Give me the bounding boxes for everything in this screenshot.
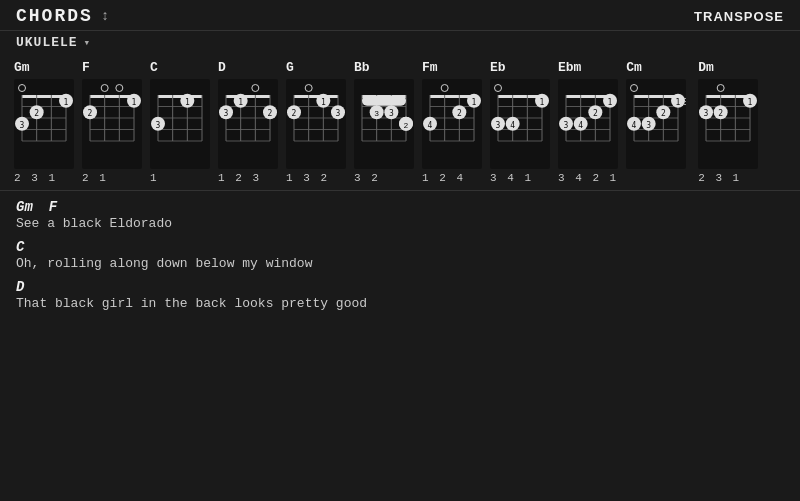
chord-name: Eb [490,60,506,75]
chord-item-f[interactable]: F122 1 [82,60,142,184]
svg-text:3: 3 [336,109,341,118]
chord-fingers: 2 3 1 [698,172,741,184]
lyric-chords: C [16,239,784,255]
svg-text:2: 2 [718,109,723,118]
chord-item-c[interactable]: C31 1 [150,60,210,184]
svg-text:1: 1 [472,98,477,107]
header: CHORDS ↕ TRANSPOSE [0,0,800,31]
instrument-label: UKULELE [16,35,78,50]
svg-rect-172 [698,79,758,169]
page-title: CHORDS [16,6,93,26]
lyric-line: DThat black girl in the back looks prett… [16,279,784,311]
svg-text:2: 2 [268,109,273,118]
chord-item-bb[interactable]: Bb32323 2 [354,60,414,184]
lyric-chords: D [16,279,784,295]
chord-item-ebm[interactable]: Ebm13423 4 2 1 [558,60,618,184]
lyric-text: Oh, rolling along down below my window [16,256,784,271]
svg-text:2: 2 [34,109,39,118]
svg-rect-47 [218,79,278,169]
svg-rect-48 [226,95,270,98]
chord-diagram: 3232 [354,79,414,169]
chord-fingers: 3 4 1 [490,172,533,184]
svg-rect-18 [90,95,134,98]
svg-text:3: 3 [389,109,394,118]
sort-icon[interactable]: ↕ [101,8,109,24]
chord-diagram: 123 [698,79,758,169]
lyric-chord-marker: C [16,239,24,255]
chord-diagram: 31 [150,79,210,169]
svg-rect-1 [22,95,66,98]
chord-diagram: 134 [490,79,550,169]
chord-diagram: 123 [218,79,278,169]
svg-text:1: 1 [238,98,243,107]
svg-text:2: 2 [661,109,666,118]
svg-text:2: 2 [292,109,297,118]
svg-rect-65 [294,95,338,98]
svg-rect-34 [158,95,202,98]
chord-fingers: 1 2 4 [422,172,465,184]
svg-text:1: 1 [321,98,326,107]
svg-rect-101 [430,95,474,98]
chord-item-g[interactable]: G1321 3 2 [286,60,346,184]
lyric-line: COh, rolling along down below my window [16,239,784,271]
svg-text:3: 3 [224,109,229,118]
chord-name: Gm [14,60,30,75]
svg-rect-153 [634,95,678,98]
transpose-button[interactable]: TRANSPOSE [694,9,784,24]
svg-rect-17 [82,79,142,169]
chord-item-cm[interactable]: Cm13423fr [626,60,686,184]
svg-text:1: 1 [64,98,69,107]
lyric-chord-marker: F [49,199,57,215]
chord-diagram: 132 [286,79,346,169]
chord-name: Ebm [558,60,581,75]
chord-name: D [218,60,226,75]
svg-text:3: 3 [20,121,25,130]
lyric-chords: GmF [16,199,784,215]
chord-name: G [286,60,294,75]
svg-rect-118 [498,95,542,98]
svg-text:2: 2 [593,109,598,118]
svg-text:3: 3 [156,121,161,130]
chord-item-gm[interactable]: Gm1232 3 1 [14,60,74,184]
svg-text:4: 4 [510,121,515,130]
chord-name: Fm [422,60,438,75]
chord-name: Cm [626,60,642,75]
chord-item-d[interactable]: D1231 2 3 [218,60,278,184]
chords-grid: Gm1232 3 1F122 1C31 1D1231 2 3G1321 3 2B… [0,54,800,190]
svg-text:1: 1 [185,98,190,107]
svg-rect-64 [286,79,346,169]
svg-text:3: 3 [704,109,709,118]
svg-text:2: 2 [88,109,93,118]
svg-text:1: 1 [540,98,545,107]
svg-text:3: 3 [646,121,651,130]
chord-diagram: 123 [14,79,74,169]
chord-fingers: 1 2 3 [218,172,261,184]
svg-text:1: 1 [608,98,613,107]
lyric-chord-marker: D [16,279,24,295]
svg-text:3: 3 [564,121,569,130]
svg-text:4: 4 [632,121,637,130]
chord-item-eb[interactable]: Eb1343 4 1 [490,60,550,184]
svg-text:3fr: 3fr [683,97,686,107]
svg-text:1: 1 [132,98,137,107]
lyric-text: See a black Eldorado [16,216,784,231]
svg-rect-135 [566,95,610,98]
chord-name: Dm [698,60,714,75]
svg-text:1: 1 [748,98,753,107]
svg-text:4: 4 [578,121,583,130]
chord-name: C [150,60,158,75]
chord-fingers: 3 2 [354,172,380,184]
svg-text:4: 4 [428,121,433,130]
svg-rect-95 [362,96,406,106]
chord-fingers: 2 1 [82,172,108,184]
chord-fingers: 1 [150,172,159,184]
chord-item-fm[interactable]: Fm1241 2 4 [422,60,482,184]
svg-rect-173 [706,95,750,98]
chord-item-dm[interactable]: Dm1232 3 1 [698,60,758,184]
chord-fingers: 3 4 2 1 [558,172,618,184]
svg-text:2: 2 [457,109,462,118]
chevron-down-icon: ▾ [84,36,91,49]
svg-text:1: 1 [676,98,681,107]
chord-diagram: 13423fr [626,79,686,169]
instrument-selector[interactable]: UKULELE ▾ [0,31,800,54]
